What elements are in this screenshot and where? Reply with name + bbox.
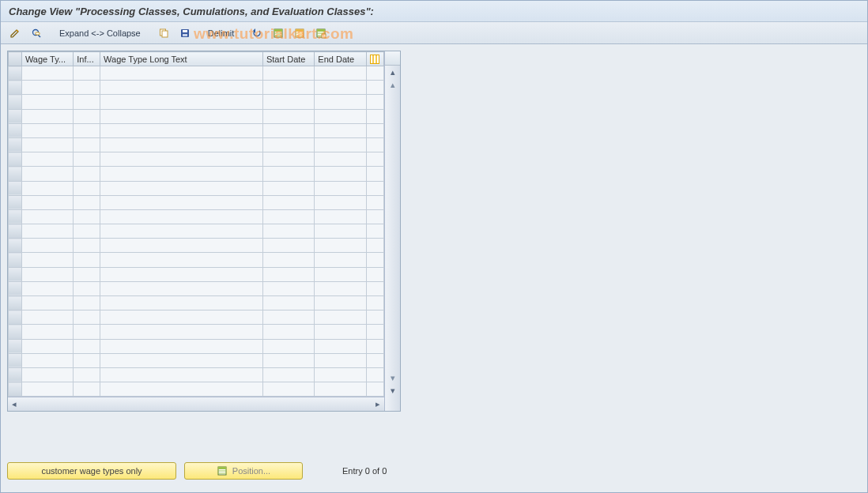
table-cell[interactable]	[315, 109, 366, 123]
table-cell[interactable]	[315, 325, 366, 339]
table-cell[interactable]	[262, 281, 314, 295]
find-icon[interactable]	[27, 25, 46, 41]
table-cell[interactable]	[21, 195, 73, 209]
table-cell[interactable]	[262, 224, 314, 239]
table-cell[interactable]	[262, 253, 314, 267]
table-cell[interactable]	[100, 325, 263, 339]
table-cell[interactable]	[262, 152, 314, 167]
table-cell[interactable]	[21, 353, 73, 367]
table-cell[interactable]	[262, 137, 314, 152]
table-cell[interactable]	[74, 382, 100, 397]
table-cell[interactable]	[315, 181, 366, 195]
table-cell[interactable]	[100, 167, 263, 181]
table-cell[interactable]	[21, 123, 73, 137]
table-cell[interactable]	[315, 239, 366, 253]
table-cell[interactable]	[100, 224, 263, 239]
table-cell[interactable]	[21, 95, 73, 109]
customer-wage-types-button[interactable]: customer wage types only	[7, 462, 176, 480]
table-row[interactable]	[9, 325, 384, 339]
select-block-icon[interactable]	[290, 25, 309, 41]
table-cell[interactable]	[74, 296, 100, 310]
table-cell[interactable]	[100, 195, 263, 209]
table-cell[interactable]	[315, 66, 366, 81]
table-cell[interactable]	[100, 310, 263, 325]
table-cell[interactable]	[21, 137, 73, 152]
table-cell[interactable]	[262, 267, 314, 281]
table-cell[interactable]	[74, 253, 100, 267]
table-row[interactable]	[9, 137, 384, 152]
table-cell[interactable]	[262, 167, 314, 181]
table-cell[interactable]	[74, 181, 100, 195]
table-cell[interactable]	[21, 109, 73, 123]
table-cell[interactable]	[74, 167, 100, 181]
table-cell[interactable]	[21, 253, 73, 267]
table-row[interactable]	[9, 382, 384, 397]
deselect-all-icon[interactable]	[311, 25, 330, 41]
row-selector[interactable]	[9, 253, 22, 267]
table-cell[interactable]	[100, 109, 263, 123]
table-cell[interactable]	[262, 95, 314, 109]
table-cell[interactable]	[74, 209, 100, 224]
row-selector[interactable]	[9, 310, 22, 325]
undo-icon[interactable]	[247, 25, 266, 41]
row-selector[interactable]	[9, 152, 22, 167]
table-cell[interactable]	[21, 181, 73, 195]
row-selector[interactable]	[9, 109, 22, 123]
table-cell[interactable]	[74, 353, 100, 367]
table-cell[interactable]	[74, 66, 100, 81]
row-selector[interactable]	[9, 239, 22, 253]
table-row[interactable]	[9, 195, 384, 209]
scroll-up-icon[interactable]: ▴	[385, 66, 400, 78]
table-row[interactable]	[9, 167, 384, 181]
table-cell[interactable]	[100, 281, 263, 295]
table-cell[interactable]	[21, 325, 73, 339]
table-cell[interactable]	[315, 167, 366, 181]
row-selector[interactable]	[9, 137, 22, 152]
row-selector[interactable]	[9, 123, 22, 137]
table-row[interactable]	[9, 66, 384, 81]
table-row[interactable]	[9, 239, 384, 253]
table-cell[interactable]	[21, 167, 73, 181]
row-selector[interactable]	[9, 66, 22, 81]
table-cell[interactable]	[100, 239, 263, 253]
row-selector[interactable]	[9, 267, 22, 281]
delimit-button[interactable]: Delimit	[204, 25, 239, 41]
table-cell[interactable]	[262, 209, 314, 224]
table-cell[interactable]	[262, 310, 314, 325]
table-row[interactable]	[9, 281, 384, 295]
table-cell[interactable]	[100, 296, 263, 310]
table-cell[interactable]	[21, 81, 73, 95]
row-selector[interactable]	[9, 167, 22, 181]
table-row[interactable]	[9, 123, 384, 137]
table-cell[interactable]	[74, 267, 100, 281]
table-cell[interactable]	[21, 267, 73, 281]
wage-type-table[interactable]: Wage Ty... Inf... Wage Type Long Text St…	[8, 51, 384, 397]
table-cell[interactable]	[21, 382, 73, 397]
table-cell[interactable]	[315, 382, 366, 397]
table-row[interactable]	[9, 253, 384, 267]
table-cell[interactable]	[100, 123, 263, 137]
table-cell[interactable]	[262, 181, 314, 195]
table-cell[interactable]	[100, 181, 263, 195]
column-info[interactable]: Inf...	[74, 52, 100, 66]
column-end-date[interactable]: End Date	[315, 52, 366, 66]
scroll-down-page-icon[interactable]: ▾	[385, 371, 400, 384]
table-cell[interactable]	[262, 239, 314, 253]
table-cell[interactable]	[21, 209, 73, 224]
table-row[interactable]	[9, 95, 384, 109]
column-config[interactable]	[366, 52, 383, 66]
row-selector[interactable]	[9, 95, 22, 109]
row-selector[interactable]	[9, 296, 22, 310]
table-cell[interactable]	[100, 66, 263, 81]
row-selector[interactable]	[9, 81, 22, 95]
position-button[interactable]: Position...	[184, 462, 303, 480]
table-cell[interactable]	[262, 353, 314, 367]
table-cell[interactable]	[262, 382, 314, 397]
table-cell[interactable]	[262, 339, 314, 353]
table-cell[interactable]	[74, 281, 100, 295]
table-cell[interactable]	[21, 281, 73, 295]
table-cell[interactable]	[74, 137, 100, 152]
select-all-header[interactable]	[9, 52, 22, 66]
table-cell[interactable]	[315, 123, 366, 137]
table-cell[interactable]	[21, 152, 73, 167]
